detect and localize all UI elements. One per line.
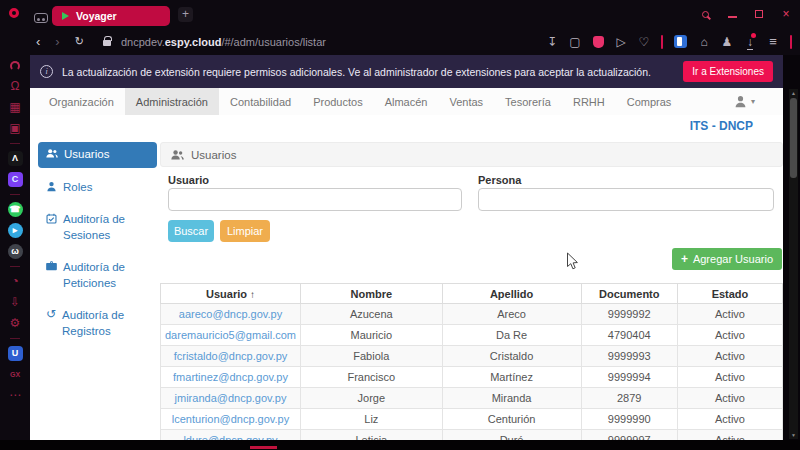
update-icon[interactable] — [7, 58, 23, 73]
cell-apellido: Cristaldo — [442, 346, 581, 367]
cell-nombre: Mauricio — [301, 325, 443, 346]
screenshot-icon[interactable]: ▢ — [569, 35, 581, 49]
tab-tiling-icon[interactable]: ▦ — [7, 100, 23, 115]
user-email-link[interactable]: daremauricio5@gmail.com — [165, 329, 296, 341]
forward-icon[interactable]: › — [55, 35, 59, 48]
browser-tab[interactable]: Voyager — [52, 6, 170, 26]
user-email-link[interactable]: fcristaldo@dncp.gov.py — [174, 350, 288, 362]
org-label[interactable]: ITS - DNCP — [690, 119, 753, 133]
col-header-nombre[interactable]: Nombre — [301, 284, 443, 304]
sidebar-item-label: Auditoría de Registros — [62, 308, 149, 339]
user-email-cell: fmartinez@dncp.gov.py — [161, 367, 301, 388]
cell-apellido: Da Re — [442, 325, 581, 346]
cell-nombre: Liz — [301, 409, 443, 430]
workspaces-icon[interactable]: ▣ — [7, 121, 23, 136]
col-header-apellido[interactable]: Apellido — [442, 284, 581, 304]
download-icon[interactable]: ↓ — [744, 35, 756, 49]
tab-search-icon[interactable] — [34, 13, 48, 23]
go-to-extensions-button[interactable]: Ir a Extensiones — [683, 61, 773, 82]
more-icon[interactable]: ⋯ — [7, 388, 23, 403]
usuario-input[interactable] — [168, 188, 462, 211]
cell-estado: Activo — [677, 346, 782, 367]
sidebar-item-auditoria-de-peticiones[interactable]: Auditoría de Peticiones — [38, 255, 157, 296]
sidebar-item-auditoria-de-registros[interactable]: ↺Auditoría de Registros — [38, 303, 157, 344]
limpiar-button[interactable]: Limpiar — [220, 220, 270, 242]
user-email-link[interactable]: jmiranda@dncp.gov.py — [175, 392, 287, 404]
shield-extension-icon[interactable]: U — [8, 346, 23, 361]
sort-asc-icon: ↑ — [250, 289, 255, 300]
col-header-usuario[interactable]: Usuario↑ — [161, 284, 301, 304]
gx-icon[interactable]: GX — [7, 367, 23, 382]
url-text[interactable]: dncpdev.espy.cloud/#/adm/usuarios/listar — [121, 36, 326, 48]
nav-item-ventas[interactable]: Ventas — [438, 88, 494, 115]
history-icon[interactable]: ◔ — [7, 274, 23, 289]
buscar-button[interactable]: Buscar — [168, 220, 214, 242]
user-menu[interactable]: ▾ — [734, 95, 755, 108]
whatsapp-icon[interactable]: ☎ — [8, 202, 23, 217]
sidebar-item-auditoria-de-sesiones[interactable]: Auditoría de Sesiones — [38, 207, 157, 248]
search-icon[interactable] — [699, 8, 711, 20]
user-email-cell: ldure@dncp.gov.py — [161, 430, 301, 441]
lock-icon[interactable] — [103, 40, 111, 46]
nav-item-rrhh[interactable]: RRHH — [562, 88, 616, 115]
minimize-icon[interactable] — [726, 8, 738, 20]
cell-documento: 4790404 — [581, 325, 677, 346]
user-icon — [734, 95, 747, 108]
mods-icon[interactable]: Ω — [7, 79, 23, 94]
nav-item-compras[interactable]: Compras — [616, 88, 683, 115]
agregar-usuario-button[interactable]: + Agregar Usuario — [672, 248, 782, 270]
sidebar-item-usuarios[interactable]: Usuarios — [38, 142, 157, 168]
heart-icon[interactable]: ♡ — [638, 35, 650, 49]
settings-icon[interactable]: ⚙ — [7, 316, 23, 331]
new-tab-button[interactable]: + — [178, 7, 193, 22]
nav-item-administracion[interactable]: Administración — [125, 88, 219, 115]
nav-item-contabilidad[interactable]: Contabilidad — [219, 88, 302, 115]
col-header-documento[interactable]: Documento — [581, 284, 677, 304]
user-email-link[interactable]: aareco@dncp.gov.py — [179, 308, 282, 320]
nav-item-almacen[interactable]: Almacén — [374, 88, 439, 115]
scrollbar-thumb[interactable] — [790, 98, 797, 178]
nav-item-organizacion[interactable]: Organización — [38, 88, 125, 115]
player-icon[interactable]: ▷ — [615, 35, 627, 49]
table-row: fcristaldo@dncp.gov.pyFabiolaCristaldo99… — [161, 346, 783, 367]
close-icon[interactable]: × — [780, 8, 792, 20]
vpn-shield-icon[interactable] — [592, 35, 604, 49]
persona-input[interactable] — [478, 188, 774, 211]
cell-apellido: Duré — [442, 430, 581, 441]
discord-icon[interactable]: ω — [8, 244, 23, 259]
col-header-estado[interactable]: Estado — [677, 284, 782, 304]
cell-documento: 9999992 — [581, 304, 677, 325]
maximize-icon[interactable] — [753, 8, 765, 20]
history-icon: ↺ — [46, 309, 56, 320]
cell-documento: 9999993 — [581, 346, 677, 367]
scroll-up-icon[interactable]: ▲ — [789, 90, 798, 96]
sidebar-home-icon[interactable]: ⌂ — [698, 35, 710, 49]
user-email-link[interactable]: lcenturion@dncp.gov.py — [172, 413, 289, 425]
aria-icon[interactable]: Λ — [8, 151, 23, 166]
back-icon[interactable]: ‹ — [36, 35, 40, 48]
app-sidebar: UsuariosRolesAuditoría de SesionesAudito… — [38, 142, 157, 344]
role-icon — [46, 181, 57, 192]
nav-item-productos[interactable]: Productos — [302, 88, 374, 115]
nav-item-tesoreria[interactable]: Tesorería — [494, 88, 562, 115]
cell-documento: 9999994 — [581, 367, 677, 388]
menu-icon[interactable]: ≡ — [767, 35, 779, 49]
extension-icon[interactable] — [674, 35, 687, 49]
scroll-down-icon[interactable]: ▼ — [789, 432, 798, 438]
briefcase-icon — [46, 261, 57, 271]
chat-app-icon[interactable]: C — [8, 172, 23, 187]
user-email-link[interactable]: fmartinez@dncp.gov.py — [173, 371, 288, 383]
cell-estado: Activo — [677, 430, 782, 441]
table-row: jmiranda@dncp.gov.pyJorgeMiranda2879Acti… — [161, 388, 783, 409]
pin-icon[interactable]: ↧ — [546, 35, 558, 49]
reload-icon[interactable]: ↻ — [75, 35, 84, 48]
downloads-icon[interactable]: ⇩ — [7, 295, 23, 310]
sidebar-item-roles[interactable]: Roles — [38, 175, 157, 201]
opera-logo-icon[interactable] — [9, 8, 19, 18]
table-row: ldure@dncp.gov.pyLeticiaDuré9999997Activ… — [161, 430, 783, 441]
plus-icon: + — [681, 252, 688, 266]
separator — [661, 35, 663, 49]
profile-icon[interactable]: ♟ — [721, 35, 733, 49]
telegram-icon[interactable]: ▸ — [8, 223, 23, 238]
page-scrollbar[interactable]: ▲ ▼ — [789, 89, 798, 439]
